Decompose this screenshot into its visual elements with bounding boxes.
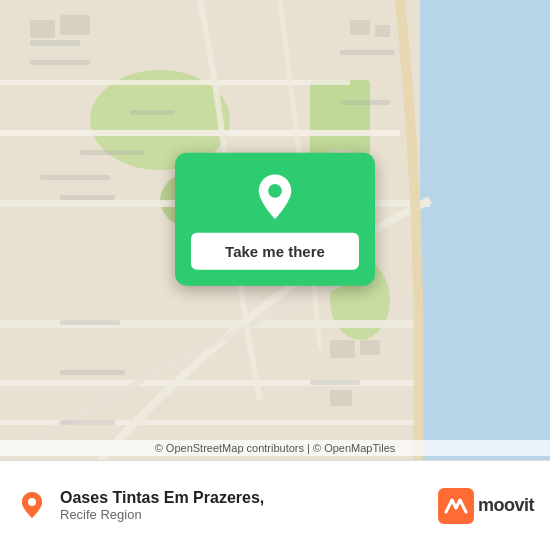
svg-rect-14 bbox=[350, 20, 370, 35]
svg-rect-19 bbox=[360, 340, 380, 355]
svg-rect-27 bbox=[40, 175, 110, 180]
svg-rect-32 bbox=[310, 380, 360, 385]
svg-rect-1 bbox=[420, 0, 550, 460]
svg-rect-24 bbox=[340, 100, 390, 105]
svg-rect-13 bbox=[60, 15, 90, 35]
svg-rect-20 bbox=[330, 390, 352, 406]
svg-point-36 bbox=[28, 498, 36, 506]
map-attribution: © OpenStreetMap contributors | © OpenMap… bbox=[0, 440, 550, 456]
svg-rect-28 bbox=[60, 195, 115, 200]
map-container: Take me there © OpenStreetMap contributo… bbox=[0, 0, 550, 460]
svg-rect-33 bbox=[60, 420, 115, 425]
svg-rect-30 bbox=[60, 320, 120, 325]
location-dot-icon bbox=[16, 488, 48, 524]
place-region: Recife Region bbox=[60, 507, 438, 522]
place-name: Oases Tintas Em Prazeres, bbox=[60, 489, 438, 507]
location-card: Take me there bbox=[175, 153, 375, 286]
svg-rect-6 bbox=[0, 130, 400, 136]
svg-rect-31 bbox=[60, 370, 125, 375]
take-me-there-button[interactable]: Take me there bbox=[191, 233, 359, 270]
bottom-text-area: Oases Tintas Em Prazeres, Recife Region bbox=[60, 489, 438, 522]
svg-rect-21 bbox=[30, 40, 80, 46]
moovit-icon bbox=[438, 488, 474, 524]
svg-rect-18 bbox=[330, 340, 355, 358]
svg-rect-4 bbox=[310, 80, 370, 160]
svg-rect-26 bbox=[80, 150, 145, 155]
svg-rect-25 bbox=[130, 110, 175, 115]
svg-rect-23 bbox=[340, 50, 395, 55]
moovit-text: moovit bbox=[478, 495, 534, 516]
bottom-bar: Oases Tintas Em Prazeres, Recife Region … bbox=[0, 460, 550, 550]
location-pin-icon bbox=[251, 173, 299, 221]
svg-rect-22 bbox=[30, 60, 90, 65]
svg-rect-12 bbox=[30, 20, 55, 38]
svg-point-34 bbox=[268, 184, 282, 198]
svg-rect-7 bbox=[0, 80, 350, 85]
svg-rect-15 bbox=[375, 25, 390, 37]
moovit-logo: moovit bbox=[438, 488, 534, 524]
